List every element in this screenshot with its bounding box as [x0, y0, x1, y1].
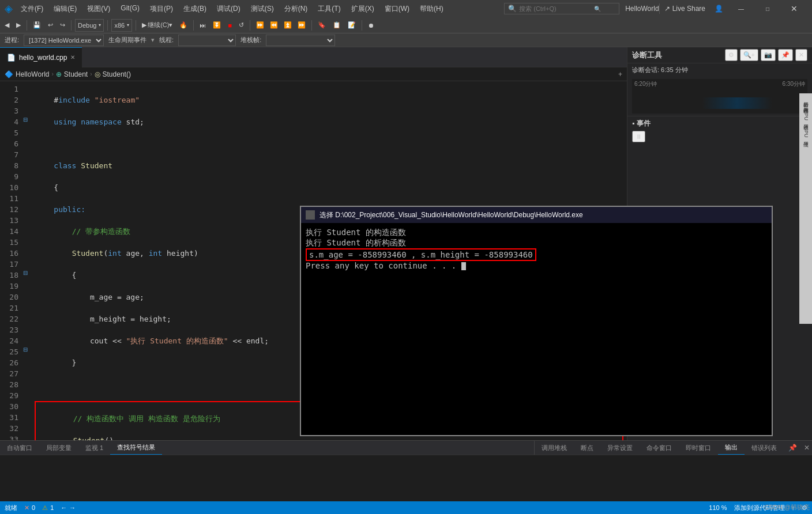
status-error[interactable]: ✕ 0 [24, 504, 35, 512]
rail-item-4[interactable]: GPU使用 [801, 124, 811, 140]
menu-tools[interactable]: 工具(T) [313, 2, 345, 16]
console-window: 选择 D:\002_Project\006_Visual_Studio\Hell… [300, 206, 773, 436]
toolbar-stop[interactable]: ■ [225, 21, 234, 30]
editor-tab-hello-world[interactable]: 📄 hello_world.cpp ✕ [0, 47, 82, 67]
minimize-button[interactable]: — [728, 0, 754, 17]
toolbar-nav3[interactable]: ⏫ [281, 20, 294, 30]
thread-select[interactable] [178, 35, 236, 46]
close-button[interactable]: ✕ [781, 0, 807, 17]
platform-dropdown[interactable]: x86 ▾ [111, 19, 132, 32]
event-pause[interactable]: ⏸ [632, 131, 645, 142]
toolbar-more2[interactable]: 📝 [345, 20, 358, 30]
toolbar-nav4[interactable]: ⏩ [295, 20, 308, 30]
side-rail: 分析器 内存使用 CPU使用 GPU使用 [799, 93, 812, 324]
menu-help[interactable]: 帮助(H) [415, 2, 448, 16]
menu-window[interactable]: 窗口(W) [380, 2, 414, 16]
bottom-content-area [0, 455, 812, 501]
menu-test[interactable]: 测试(S) [246, 2, 279, 16]
toolbar-forward[interactable]: ▶ [14, 20, 23, 30]
tab-exception-settings[interactable]: 异常设置 [600, 441, 640, 455]
process-bar: 进程: [1372] HelloWorld.exe 生命周期事件 ▾ 线程: 堆… [0, 33, 812, 47]
menu-build[interactable]: 生成(B) [179, 2, 211, 16]
dropdown-arrow-2: ▾ [127, 22, 129, 28]
diag-zoom-in[interactable]: 🔍+ [740, 49, 758, 61]
console-line-2: 执行 Student 的析构函数 [306, 238, 406, 247]
rail-item-1[interactable]: 分析器 [801, 96, 811, 100]
bottom-close-icon[interactable]: ✕ [802, 444, 812, 452]
diag-pin[interactable]: 📌 [778, 49, 793, 61]
toolbar-sep-8 [362, 20, 362, 31]
menu-file[interactable]: 文件(F) [16, 2, 48, 16]
tab-error-list[interactable]: 错误列表 [745, 441, 784, 455]
menu-extensions[interactable]: 扩展(X) [347, 2, 379, 16]
toolbar-sep-4 [136, 20, 136, 31]
nav-left-arrow[interactable]: ← [61, 504, 67, 511]
tab-breakpoints[interactable]: 断点 [574, 441, 600, 455]
tab-watch[interactable]: 监视 1 [78, 441, 110, 455]
tab-call-stack[interactable]: 调用堆栈 [535, 441, 574, 455]
toolbar-end[interactable]: ⏺ [366, 21, 377, 30]
process-select[interactable]: [1372] HelloWorld.exe [24, 35, 104, 46]
menu-view[interactable]: 视图(V) [82, 2, 115, 16]
timeline-label-right: 6:30分钟 [783, 80, 805, 88]
breadcrumb-bar: 🔷 HelloWorld › ⊕ Student › ◎ Student() + [0, 67, 627, 81]
menu-edit[interactable]: 编辑(E) [49, 2, 81, 16]
tab-output[interactable]: 输出 [718, 441, 745, 455]
toolbar-step-into[interactable]: ⏬ [210, 20, 223, 30]
diag-camera[interactable]: 📷 [761, 49, 776, 61]
console-line-3: Press any key to continue . . . [306, 261, 456, 270]
tab-command-window[interactable]: 命令窗口 [640, 441, 679, 455]
watermark: CSDN @韩骁亮 [765, 503, 810, 512]
toolbar-redo[interactable]: ↪ [58, 20, 67, 30]
diag-settings[interactable]: ⚙ [725, 49, 738, 61]
member-icon: ⊕ [56, 70, 62, 78]
rail-item-3[interactable]: CPU使用 [801, 107, 811, 123]
menu-bar: 文件(F) 编辑(E) 视图(V) Git(G) 项目(P) 生成(B) 调试(… [16, 2, 498, 16]
rail-item-2[interactable]: 内存使用 [801, 101, 811, 106]
menu-git[interactable]: Git(G) [116, 2, 144, 16]
bottom-tab-bar: 自动窗口 局部变量 监视 1 查找符号结果 调用堆栈 断点 异常设置 命令窗口 … [0, 440, 812, 455]
warning-icon: ⚠ [42, 504, 48, 512]
console-body[interactable]: 执行 Student 的构造函数 执行 Student 的析构函数 s.m_ag… [301, 223, 772, 435]
maximize-button[interactable]: □ [754, 0, 781, 17]
toolbar-more1[interactable]: 📋 [330, 20, 343, 30]
menu-analyze[interactable]: 分析(N) [280, 2, 313, 16]
toolbar-restart[interactable]: ↺ [236, 20, 246, 30]
toolbar-save[interactable]: 💾 [31, 20, 43, 30]
continue-button[interactable]: ▶ 继续(C) ▾ [140, 20, 175, 31]
toolbar-back[interactable]: ◀ [2, 20, 12, 30]
live-share-button[interactable]: ↗ Live Share [659, 3, 710, 14]
stack-label: 堆栈帧: [240, 36, 261, 44]
search-input[interactable] [519, 5, 594, 12]
toolbar-flame[interactable]: 🔥 [177, 20, 190, 30]
toolbar-step-over[interactable]: ⏭ [197, 21, 208, 30]
menu-debug[interactable]: 调试(D) [212, 2, 245, 16]
tab-immediate[interactable]: 即时窗口 [679, 441, 718, 455]
console-icon [306, 210, 315, 220]
breadcrumb-add[interactable]: + [618, 70, 622, 78]
tab-close-button[interactable]: ✕ [70, 54, 75, 61]
toolbar-nav2[interactable]: ⏪ [268, 20, 280, 30]
toolbar-bookmark[interactable]: 🔖 [315, 20, 328, 30]
toolbar-nav1[interactable]: ⏩ [254, 20, 266, 30]
status-warning[interactable]: ⚠ 1 [42, 504, 54, 512]
continue-label: 继续(C) [148, 21, 169, 29]
continue-dropdown-icon: ▾ [169, 21, 172, 29]
method-icon: ◎ [95, 70, 100, 78]
diag-close[interactable]: ✕ [795, 49, 807, 61]
thread-label: 线程: [159, 36, 174, 44]
breadcrumb-sep-2: › [90, 71, 92, 77]
menu-project[interactable]: 项目(P) [145, 2, 178, 16]
stack-select[interactable] [266, 35, 335, 46]
tab-find-results[interactable]: 查找符号结果 [110, 441, 162, 455]
console-line-1: 执行 Student 的构造函数 [306, 228, 406, 237]
tab-auto-window[interactable]: 自动窗口 [0, 441, 39, 455]
bottom-pin-icon[interactable]: 📌 [786, 444, 799, 452]
toolbar-undo[interactable]: ↩ [46, 20, 55, 30]
tab-locals[interactable]: 局部变量 [39, 441, 78, 455]
toolbar: ◀ ▶ 💾 ↩ ↪ Debug ▾ x86 ▾ ▶ 继续(C) ▾ 🔥 ⏭ ⏬ … [0, 17, 812, 33]
nav-right-arrow[interactable]: → [69, 504, 76, 511]
search-box[interactable]: 🔍 🔍 [504, 3, 619, 14]
debug-config-dropdown[interactable]: Debug ▾ [75, 19, 104, 32]
profile-icon[interactable]: 👤 [710, 5, 728, 13]
